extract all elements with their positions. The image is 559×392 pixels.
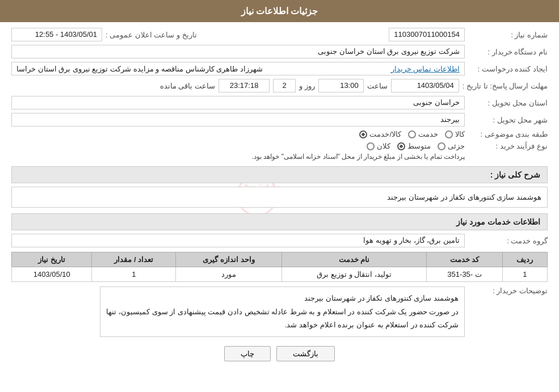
shomara-niaz-label: شماره نیاز : [468, 31, 548, 39]
page-title: جزئیات اطلاعات نیاز [0, 0, 559, 22]
tabaqe-radio-group: کالا خدمت کالا/خدمت [359, 130, 465, 138]
radio-jozyi-item[interactable]: جزئی [438, 142, 465, 150]
radio-jozyi-label: جزئی [448, 142, 465, 150]
name-dastgah-label: نام دستگاه خریدار : [468, 48, 548, 56]
radio-kala-khadamat-item[interactable]: کالا/خدمت [359, 130, 401, 138]
tarikh-elan-value: 1403/05/01 - 12:55 [11, 28, 102, 41]
ostan-value: خراسان جنوبی [11, 96, 465, 109]
sharh-koli-value: هوشمند سازی کنتورهای تکفاز در شهرستان بی… [11, 187, 548, 208]
radio-kala-label: کالا [455, 130, 465, 138]
radio-kala-circle [445, 130, 453, 138]
radio-motovaset-circle [397, 142, 405, 150]
col-code: کد خدمت [427, 252, 502, 267]
goroh-khadamat-label: گروه خدمت : [468, 237, 548, 245]
tavazihat-line3: شرکت کننده در استعلام به عنوان برنده اعل… [106, 318, 459, 331]
section2-title: اطلاعات خدمات مورد نیاز [11, 213, 548, 230]
sharh-koli-section-title: شرح کلی نیاز : [11, 166, 548, 183]
time-label: ساعت [367, 82, 388, 90]
time-value: 13:00 [318, 79, 364, 92]
col-date: تاریخ نیاز [12, 252, 92, 267]
col-name: نام خدمت [281, 252, 427, 267]
print-button[interactable]: چاپ [224, 346, 271, 361]
radio-khadamat-item[interactable]: خدمت [408, 130, 438, 138]
tavazihat-box: هوشمند سازی کنتورهای تکفاز در شهرستان بی… [100, 286, 465, 336]
radio-kolan-circle [367, 142, 375, 150]
goroh-khadamat-value: تامین برق، گاز، بخار و تهویه هوا [11, 234, 465, 247]
radio-khadamat-circle [408, 130, 416, 138]
ostan-label: استان محل تحویل : [468, 99, 548, 107]
tavazihat-label: توضیحات خریدار : [468, 286, 548, 295]
col-count: تعداد / مقدار [92, 252, 176, 267]
radio-motovaset-item[interactable]: متوسط [397, 142, 431, 150]
ijad-konande-value: شهرزاد طاهری کارشناس مناقصه و مزایده شرک… [16, 65, 263, 73]
table-row: 1ت -35-351تولید، انتقال و توزیع برقمورد1… [12, 267, 548, 282]
table-cell: 1 [92, 267, 176, 282]
ijad-konande-label: ایجاد کننده درخواست : [468, 65, 548, 73]
radio-jozyi-circle [438, 142, 445, 150]
table-cell: 1 [502, 267, 547, 282]
back-button[interactable]: بازگشت [276, 346, 335, 361]
farayand-note: پرداخت تمام یا بخشی از مبلغ خریدار از مح… [11, 153, 465, 161]
table-cell: ت -35-351 [427, 267, 502, 282]
radio-kolan-label: کلان [377, 142, 390, 150]
name-dastgah-value: شرکت توزیع نیروی برق استان خراسان جنوبی [11, 45, 465, 58]
rooz-value: 2 [273, 79, 296, 92]
table-cell: 1403/05/10 [12, 267, 92, 282]
tarikh-elan-label: تاریخ و ساعت اعلان عمومی : [106, 31, 197, 39]
col-unit: واحد اندازه گیری [176, 252, 281, 267]
table-cell: مورد [176, 267, 281, 282]
radio-motovaset-label: متوسط [407, 142, 431, 150]
radio-kala-item[interactable]: کالا [445, 130, 465, 138]
shahr-label: شهر محل تحویل : [468, 116, 548, 124]
radio-kolan-item[interactable]: کلان [367, 142, 390, 150]
radio-kala-khadamat-circle [359, 130, 367, 138]
date-value: 1403/05/04 [391, 79, 459, 92]
table-cell: تولید، انتقال و توزیع برق [281, 267, 427, 282]
countdown-value: 23:17:18 [218, 79, 270, 92]
shomara-niaz-value: 1103007011000154 [389, 28, 465, 41]
rooz-label: روز و [299, 82, 315, 90]
shahr-value: بیرجند [11, 113, 465, 127]
col-radif: ردیف [502, 252, 547, 267]
services-table-container: ردیف کد خدمت نام خدمت واحد اندازه گیری ت… [11, 252, 548, 282]
radio-kala-khadamat-label: کالا/خدمت [369, 130, 401, 138]
tavazihat-line2: در صورت حضور یک شرکت کننده در استعلام و … [106, 305, 459, 318]
noe-farayand-label: نوع فرآیند خرید : [468, 142, 548, 150]
tabaqe-label: طبقه بندی موضوعی : [468, 130, 548, 138]
ijad-konande-container: شهرزاد طاهری کارشناس مناقصه و مزایده شرک… [11, 62, 465, 75]
ejtemaee-link[interactable]: اطلاعات تماس خریدار [391, 65, 460, 73]
tavazihat-line1: هوشمند سازی کنتورهای تکفاز در شهرستان بی… [106, 292, 459, 305]
radio-khadamat-label: خدمت [418, 130, 438, 138]
button-row: بازگشت چاپ [11, 346, 548, 361]
services-table: ردیف کد خدمت نام خدمت واحد اندازه گیری ت… [11, 252, 548, 282]
baaqi-label: ساعت باقی مانده [160, 82, 215, 90]
mohlet-label: مهلت ارسال پاسخ: تا تاریخ : [463, 82, 548, 90]
